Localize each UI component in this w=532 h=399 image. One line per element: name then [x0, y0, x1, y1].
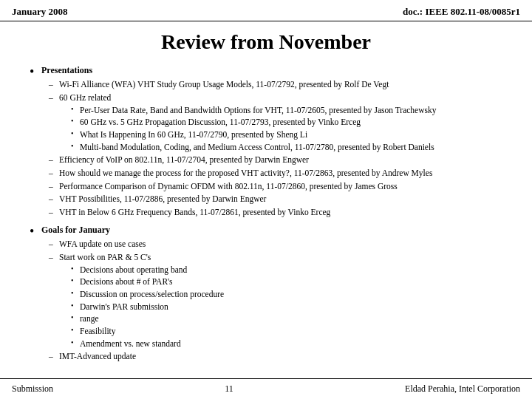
page-title: Review from November	[0, 21, 532, 61]
presentations-content: Presentations – Wi-Fi Alliance (WFA) VHT…	[41, 64, 502, 219]
content: • Presentations – Wi-Fi Alliance (WFA) V…	[0, 61, 532, 371]
bullet-dot-1: •	[30, 65, 41, 78]
sub-60ghz-item-3: •Multi-band Modulation, Coding, and Medi…	[71, 141, 436, 154]
goals-dash-list: – WFA update on use cases – Start work o…	[41, 238, 502, 363]
dash-2: –	[49, 92, 59, 104]
header-right: doc.: IEEE 802.11-08/0085r1	[403, 6, 520, 18]
dash-item-how: – How should we manage the process for t…	[49, 167, 502, 180]
presentations-dash-list: – Wi-Fi Alliance (WFA) VHT Study Group U…	[41, 78, 502, 218]
footer-right: Eldad Perahia, Intel Corporation	[405, 383, 520, 395]
goals-section: • Goals for January – WFA update on use …	[30, 224, 502, 364]
dash-item-vht-below: – VHT in Below 6 GHz Frequency Bands, 11…	[49, 206, 502, 219]
60ghz-label: 60 GHz related	[59, 93, 111, 102]
header-left: January 2008	[12, 6, 67, 18]
goals-imt: – IMT-Advanced update	[49, 350, 502, 363]
sub-par-item-4: •range	[71, 313, 224, 325]
dash-item-perf: – Performance Comparison of Dynamic OFDM…	[49, 180, 502, 193]
goals-title: Goals for January	[41, 224, 502, 236]
footer-center: 11	[225, 383, 233, 395]
sub-par-item-6: •Amendment vs. new standard	[71, 338, 224, 350]
goals-par: – Start work on PAR & 5 C's •Decisions a…	[49, 251, 502, 349]
dash-item-vht-poss: – VHT Possibilities, 11-07/2886, present…	[49, 193, 502, 205]
sub-par-item-2: •Discussion on process/selection procedu…	[71, 288, 224, 301]
60ghz-content: 60 GHz related •Per-User Data Rate, Band…	[59, 92, 436, 153]
sub-60ghz-item-1: •60 GHz vs. 5 GHz Propagation Discussion…	[71, 116, 436, 129]
bullet-dot-2: •	[30, 225, 41, 238]
dash-1: –	[49, 78, 59, 91]
goals-wfa: – WFA update on use cases	[49, 238, 502, 250]
sub-par-item-1: •Decisions about # of PAR's	[71, 276, 224, 288]
presentations-section: • Presentations – Wi-Fi Alliance (WFA) V…	[30, 64, 502, 219]
dash-item-wfa: – Wi-Fi Alliance (WFA) VHT Study Group U…	[49, 78, 502, 91]
sub-par-item-0: •Decisions about operating band	[71, 264, 224, 276]
presentations-title: Presentations	[41, 64, 502, 77]
footer: Submission 11 Eldad Perahia, Intel Corpo…	[0, 378, 532, 399]
sub-par-list: •Decisions about operating band •Decisio…	[59, 264, 224, 350]
par-content: Start work on PAR & 5 C's •Decisions abo…	[59, 251, 224, 349]
sub-60ghz-item-2: •What Is Happening In 60 GHz, 11-07/2790…	[71, 129, 436, 141]
header: January 2008 doc.: IEEE 802.11-08/0085r1	[0, 0, 532, 21]
dash-wfa-text: Wi-Fi Alliance (WFA) VHT Study Group Usa…	[59, 78, 389, 91]
sub-par-item-5: •Feasibility	[71, 325, 224, 338]
footer-left: Submission	[12, 383, 53, 395]
dash-item-60ghz: – 60 GHz related •Per-User Data Rate, Ba…	[49, 92, 502, 153]
sub-60ghz-item-0: •Per-User Data Rate, Band and Bandwidth …	[71, 104, 436, 117]
sub-par-item-3: •Darwin's PAR submission	[71, 301, 224, 313]
dash-item-voip: – Efficiency of VoIP on 802.11n, 11-07/2…	[49, 154, 502, 166]
sub-60ghz-list: •Per-User Data Rate, Band and Bandwidth …	[59, 104, 436, 154]
goals-content: Goals for January – WFA update on use ca…	[41, 224, 502, 364]
